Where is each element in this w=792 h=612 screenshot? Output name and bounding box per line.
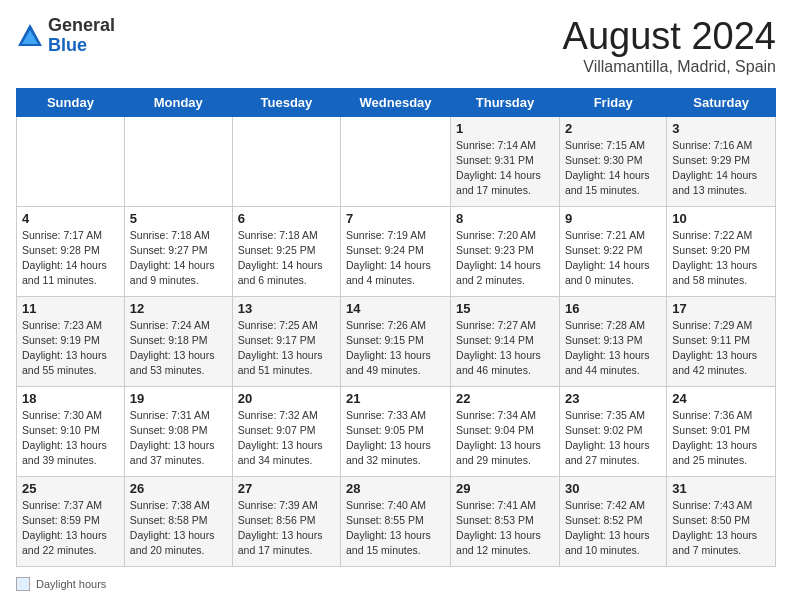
- calendar-cell: 29Sunrise: 7:41 AM Sunset: 8:53 PM Dayli…: [451, 476, 560, 566]
- day-info: Sunrise: 7:14 AM Sunset: 9:31 PM Dayligh…: [456, 138, 554, 199]
- day-info: Sunrise: 7:26 AM Sunset: 9:15 PM Dayligh…: [346, 318, 445, 379]
- day-of-week-header: Saturday: [667, 88, 776, 116]
- calendar-cell: 18Sunrise: 7:30 AM Sunset: 9:10 PM Dayli…: [17, 386, 125, 476]
- day-info: Sunrise: 7:17 AM Sunset: 9:28 PM Dayligh…: [22, 228, 119, 289]
- day-info: Sunrise: 7:28 AM Sunset: 9:13 PM Dayligh…: [565, 318, 661, 379]
- calendar-cell: 23Sunrise: 7:35 AM Sunset: 9:02 PM Dayli…: [559, 386, 666, 476]
- location-subtitle: Villamantilla, Madrid, Spain: [563, 58, 776, 76]
- daylight-legend-label: Daylight hours: [36, 578, 106, 590]
- day-number: 20: [238, 391, 335, 406]
- calendar-week-row: 25Sunrise: 7:37 AM Sunset: 8:59 PM Dayli…: [17, 476, 776, 566]
- calendar-cell: 6Sunrise: 7:18 AM Sunset: 9:25 PM Daylig…: [232, 206, 340, 296]
- day-number: 26: [130, 481, 227, 496]
- day-number: 28: [346, 481, 445, 496]
- day-of-week-header: Sunday: [17, 88, 125, 116]
- day-info: Sunrise: 7:30 AM Sunset: 9:10 PM Dayligh…: [22, 408, 119, 469]
- calendar-cell: 26Sunrise: 7:38 AM Sunset: 8:58 PM Dayli…: [124, 476, 232, 566]
- day-info: Sunrise: 7:39 AM Sunset: 8:56 PM Dayligh…: [238, 498, 335, 559]
- calendar-cell: 1Sunrise: 7:14 AM Sunset: 9:31 PM Daylig…: [451, 116, 560, 206]
- calendar-cell: [341, 116, 451, 206]
- calendar-cell: 19Sunrise: 7:31 AM Sunset: 9:08 PM Dayli…: [124, 386, 232, 476]
- calendar-cell: 15Sunrise: 7:27 AM Sunset: 9:14 PM Dayli…: [451, 296, 560, 386]
- day-info: Sunrise: 7:15 AM Sunset: 9:30 PM Dayligh…: [565, 138, 661, 199]
- logo-blue-text: Blue: [48, 35, 87, 55]
- day-number: 3: [672, 121, 770, 136]
- day-number: 6: [238, 211, 335, 226]
- calendar-table: SundayMondayTuesdayWednesdayThursdayFrid…: [16, 88, 776, 567]
- logo: General Blue: [16, 16, 115, 56]
- calendar-cell: 27Sunrise: 7:39 AM Sunset: 8:56 PM Dayli…: [232, 476, 340, 566]
- day-number: 12: [130, 301, 227, 316]
- logo-icon: [16, 22, 44, 50]
- day-number: 14: [346, 301, 445, 316]
- day-number: 11: [22, 301, 119, 316]
- day-info: Sunrise: 7:23 AM Sunset: 9:19 PM Dayligh…: [22, 318, 119, 379]
- page-header: General Blue August 2024 Villamantilla, …: [16, 16, 776, 76]
- day-of-week-header: Friday: [559, 88, 666, 116]
- day-number: 16: [565, 301, 661, 316]
- day-info: Sunrise: 7:27 AM Sunset: 9:14 PM Dayligh…: [456, 318, 554, 379]
- day-number: 24: [672, 391, 770, 406]
- calendar-cell: 21Sunrise: 7:33 AM Sunset: 9:05 PM Dayli…: [341, 386, 451, 476]
- calendar-cell: 13Sunrise: 7:25 AM Sunset: 9:17 PM Dayli…: [232, 296, 340, 386]
- logo-general-text: General: [48, 15, 115, 35]
- calendar-cell: [17, 116, 125, 206]
- day-info: Sunrise: 7:24 AM Sunset: 9:18 PM Dayligh…: [130, 318, 227, 379]
- day-number: 10: [672, 211, 770, 226]
- day-of-week-header: Wednesday: [341, 88, 451, 116]
- day-number: 2: [565, 121, 661, 136]
- day-number: 8: [456, 211, 554, 226]
- day-of-week-header: Thursday: [451, 88, 560, 116]
- day-number: 17: [672, 301, 770, 316]
- day-number: 7: [346, 211, 445, 226]
- calendar-cell: 5Sunrise: 7:18 AM Sunset: 9:27 PM Daylig…: [124, 206, 232, 296]
- calendar-cell: 16Sunrise: 7:28 AM Sunset: 9:13 PM Dayli…: [559, 296, 666, 386]
- calendar-cell: 11Sunrise: 7:23 AM Sunset: 9:19 PM Dayli…: [17, 296, 125, 386]
- day-info: Sunrise: 7:40 AM Sunset: 8:55 PM Dayligh…: [346, 498, 445, 559]
- day-number: 29: [456, 481, 554, 496]
- calendar-cell: 25Sunrise: 7:37 AM Sunset: 8:59 PM Dayli…: [17, 476, 125, 566]
- day-number: 9: [565, 211, 661, 226]
- calendar-cell: 9Sunrise: 7:21 AM Sunset: 9:22 PM Daylig…: [559, 206, 666, 296]
- day-number: 19: [130, 391, 227, 406]
- day-info: Sunrise: 7:16 AM Sunset: 9:29 PM Dayligh…: [672, 138, 770, 199]
- calendar-cell: 12Sunrise: 7:24 AM Sunset: 9:18 PM Dayli…: [124, 296, 232, 386]
- day-info: Sunrise: 7:42 AM Sunset: 8:52 PM Dayligh…: [565, 498, 661, 559]
- day-info: Sunrise: 7:32 AM Sunset: 9:07 PM Dayligh…: [238, 408, 335, 469]
- calendar-week-row: 1Sunrise: 7:14 AM Sunset: 9:31 PM Daylig…: [17, 116, 776, 206]
- day-number: 27: [238, 481, 335, 496]
- day-info: Sunrise: 7:22 AM Sunset: 9:20 PM Dayligh…: [672, 228, 770, 289]
- calendar-week-row: 11Sunrise: 7:23 AM Sunset: 9:19 PM Dayli…: [17, 296, 776, 386]
- day-info: Sunrise: 7:36 AM Sunset: 9:01 PM Dayligh…: [672, 408, 770, 469]
- calendar-cell: 28Sunrise: 7:40 AM Sunset: 8:55 PM Dayli…: [341, 476, 451, 566]
- daylight-legend-box: [16, 577, 30, 591]
- day-number: 4: [22, 211, 119, 226]
- calendar-cell: 2Sunrise: 7:15 AM Sunset: 9:30 PM Daylig…: [559, 116, 666, 206]
- day-info: Sunrise: 7:18 AM Sunset: 9:25 PM Dayligh…: [238, 228, 335, 289]
- title-block: August 2024 Villamantilla, Madrid, Spain: [563, 16, 776, 76]
- day-info: Sunrise: 7:35 AM Sunset: 9:02 PM Dayligh…: [565, 408, 661, 469]
- day-number: 5: [130, 211, 227, 226]
- day-info: Sunrise: 7:29 AM Sunset: 9:11 PM Dayligh…: [672, 318, 770, 379]
- day-info: Sunrise: 7:21 AM Sunset: 9:22 PM Dayligh…: [565, 228, 661, 289]
- day-number: 15: [456, 301, 554, 316]
- day-number: 30: [565, 481, 661, 496]
- day-info: Sunrise: 7:33 AM Sunset: 9:05 PM Dayligh…: [346, 408, 445, 469]
- day-info: Sunrise: 7:25 AM Sunset: 9:17 PM Dayligh…: [238, 318, 335, 379]
- calendar-cell: 4Sunrise: 7:17 AM Sunset: 9:28 PM Daylig…: [17, 206, 125, 296]
- day-number: 22: [456, 391, 554, 406]
- calendar-cell: 8Sunrise: 7:20 AM Sunset: 9:23 PM Daylig…: [451, 206, 560, 296]
- calendar-week-row: 4Sunrise: 7:17 AM Sunset: 9:28 PM Daylig…: [17, 206, 776, 296]
- day-info: Sunrise: 7:31 AM Sunset: 9:08 PM Dayligh…: [130, 408, 227, 469]
- calendar-cell: 17Sunrise: 7:29 AM Sunset: 9:11 PM Dayli…: [667, 296, 776, 386]
- calendar-cell: 24Sunrise: 7:36 AM Sunset: 9:01 PM Dayli…: [667, 386, 776, 476]
- calendar-cell: 30Sunrise: 7:42 AM Sunset: 8:52 PM Dayli…: [559, 476, 666, 566]
- footer: Daylight hours: [16, 577, 776, 591]
- day-of-week-header: Monday: [124, 88, 232, 116]
- calendar-cell: 31Sunrise: 7:43 AM Sunset: 8:50 PM Dayli…: [667, 476, 776, 566]
- month-year-title: August 2024: [563, 16, 776, 58]
- day-info: Sunrise: 7:41 AM Sunset: 8:53 PM Dayligh…: [456, 498, 554, 559]
- calendar-cell: 7Sunrise: 7:19 AM Sunset: 9:24 PM Daylig…: [341, 206, 451, 296]
- day-number: 21: [346, 391, 445, 406]
- day-number: 31: [672, 481, 770, 496]
